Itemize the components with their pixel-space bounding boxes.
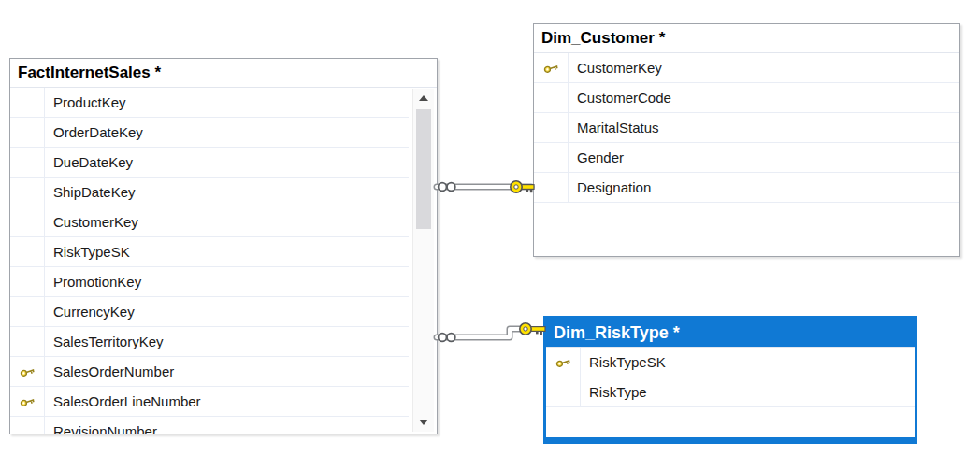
- table-row[interactable]: DueDateKey: [10, 148, 409, 178]
- table-FactInternetSales[interactable]: FactInternetSales * ProductKeyOrderDateK…: [9, 58, 438, 434]
- row-gutter: [534, 173, 569, 202]
- primary-key-icon: [20, 395, 36, 408]
- column-name: CurrencyKey: [45, 297, 135, 326]
- column-name: MaritalStatus: [569, 113, 659, 142]
- column-name: RiskTypeSK: [45, 237, 130, 266]
- primary-key-cell: [546, 348, 581, 377]
- down-arrow-icon: [419, 420, 428, 425]
- primary-key-icon: [555, 356, 571, 369]
- column-rows: CustomerKeyCustomerCodeMaritalStatusGend…: [534, 53, 959, 203]
- table-row[interactable]: CustomerKey: [534, 53, 959, 83]
- relationship-connector-risktype[interactable]: [437, 323, 545, 342]
- many-end-icon: [439, 183, 447, 192]
- database-diagram-canvas[interactable]: FactInternetSales * ProductKeyOrderDateK…: [0, 0, 980, 470]
- column-name: CustomerCode: [569, 83, 671, 112]
- vertical-scrollbar[interactable]: [412, 89, 434, 432]
- table-row[interactable]: CustomerCode: [534, 83, 959, 113]
- column-name: OrderDateKey: [45, 118, 143, 147]
- row-gutter: [534, 143, 569, 172]
- column-name: PromotionKey: [45, 267, 141, 296]
- scrollbar-thumb[interactable]: [416, 109, 431, 229]
- key-end-icon: [520, 323, 545, 335]
- column-name: SalesTerritoryKey: [45, 327, 164, 356]
- many-end-icon: [447, 183, 455, 192]
- column-rows: RiskTypeSKRiskType: [546, 348, 915, 407]
- table-row[interactable]: RiskType: [546, 377, 915, 407]
- column-rows: ProductKeyOrderDateKeyDueDateKeyShipDate…: [10, 88, 409, 434]
- table-column-list: CustomerKeyCustomerCodeMaritalStatusGend…: [534, 52, 959, 256]
- primary-key-cell: [10, 387, 45, 416]
- column-name: RiskTypeSK: [581, 348, 666, 377]
- table-row[interactable]: ProductKey: [10, 88, 409, 118]
- primary-key-icon: [20, 365, 36, 378]
- row-gutter: [10, 178, 45, 207]
- row-gutter: [10, 297, 45, 326]
- table-row[interactable]: Gender: [534, 143, 959, 173]
- many-end-icon: [439, 334, 447, 342]
- table-row[interactable]: SalesOrderLineNumber: [10, 387, 409, 417]
- table-title[interactable]: Dim_RiskType *: [546, 319, 915, 347]
- table-row[interactable]: MaritalStatus: [534, 113, 959, 143]
- table-title[interactable]: FactInternetSales *: [10, 59, 437, 87]
- table-row[interactable]: Designation: [534, 173, 959, 203]
- table-row[interactable]: RiskTypeSK: [10, 237, 409, 267]
- row-gutter: [10, 417, 45, 434]
- scroll-down-button[interactable]: [413, 413, 434, 432]
- column-name: ShipDateKey: [45, 178, 136, 207]
- column-name: CustomerKey: [45, 207, 138, 236]
- table-column-list: ProductKeyOrderDateKeyDueDateKeyShipDate…: [10, 87, 437, 434]
- row-gutter: [534, 113, 569, 142]
- table-title[interactable]: Dim_Customer *: [534, 24, 959, 52]
- row-gutter: [534, 83, 569, 112]
- scroll-up-button[interactable]: [413, 89, 434, 107]
- column-name: RiskType: [581, 377, 647, 406]
- column-name: ProductKey: [45, 88, 126, 117]
- row-gutter: [10, 237, 45, 266]
- primary-key-cell: [10, 357, 45, 386]
- row-gutter: [10, 148, 45, 177]
- column-name: Designation: [569, 173, 651, 202]
- column-name: SalesOrderLineNumber: [45, 387, 201, 416]
- primary-key-icon: [543, 62, 559, 75]
- table-row[interactable]: ShipDateKey: [10, 178, 409, 207]
- relationship-connector-customer[interactable]: [437, 181, 534, 192]
- table-Dim-Customer[interactable]: Dim_Customer * CustomerKeyCustomerCodeMa…: [533, 23, 960, 257]
- column-name: Gender: [569, 143, 624, 172]
- row-gutter: [10, 118, 45, 147]
- column-name: CustomerKey: [569, 53, 662, 82]
- many-end-icon: [447, 334, 455, 342]
- key-end-icon: [511, 181, 534, 192]
- row-gutter: [546, 377, 581, 406]
- table-row[interactable]: CustomerKey: [10, 207, 409, 237]
- table-Dim-RiskType[interactable]: Dim_RiskType * RiskTypeSKRiskType: [543, 316, 917, 444]
- up-arrow-icon: [419, 95, 428, 101]
- primary-key-cell: [534, 53, 569, 82]
- table-row[interactable]: SalesOrderNumber: [10, 357, 409, 387]
- row-gutter: [10, 207, 45, 236]
- row-gutter: [10, 267, 45, 296]
- table-row[interactable]: SalesTerritoryKey: [10, 327, 409, 357]
- table-row[interactable]: OrderDateKey: [10, 118, 409, 148]
- table-column-list: RiskTypeSKRiskType: [546, 347, 915, 437]
- table-row[interactable]: RiskTypeSK: [546, 348, 915, 377]
- column-name: RevisionNumber: [45, 417, 157, 434]
- column-name: SalesOrderNumber: [45, 357, 174, 386]
- column-name: DueDateKey: [45, 148, 133, 177]
- row-gutter: [10, 88, 45, 117]
- table-row[interactable]: RevisionNumber: [10, 417, 409, 434]
- table-row[interactable]: CurrencyKey: [10, 297, 409, 327]
- row-gutter: [10, 327, 45, 356]
- table-row[interactable]: PromotionKey: [10, 267, 409, 297]
